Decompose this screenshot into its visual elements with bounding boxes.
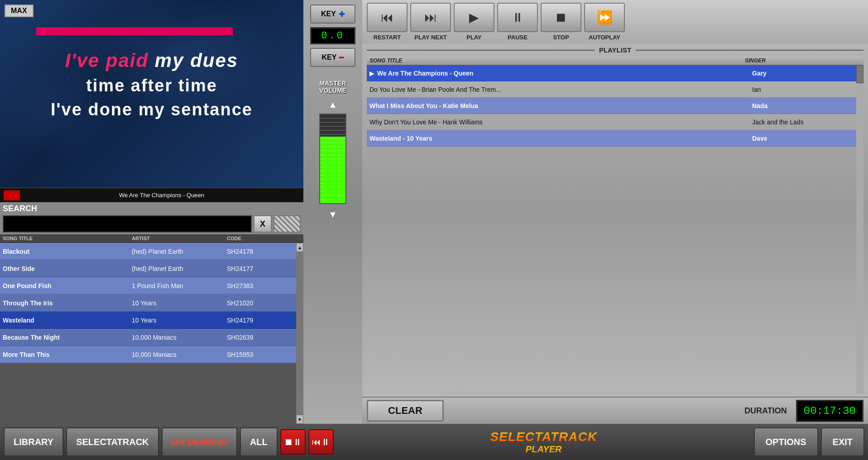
playlist-title: PLAYLIST: [595, 46, 636, 54]
list-item[interactable]: More Than This 10,000 Maniacs SH15953: [0, 346, 303, 363]
play-icon: ▶: [454, 3, 494, 32]
play-next-label: PLAY NEXT: [414, 34, 447, 41]
on-demand-button[interactable]: ON DEMAND: [162, 427, 237, 456]
table-row[interactable]: What I Miss About You - Katie Melua Nada: [367, 98, 863, 114]
autoplay-label: AUTOPLAY: [589, 34, 620, 41]
all-button[interactable]: ALL: [240, 427, 278, 456]
key-minus-button[interactable]: KEY ━: [310, 48, 355, 67]
stop-label: STOP: [553, 34, 569, 41]
search-label: SEARCH: [3, 204, 301, 213]
middle-panel: KEY ✚ 0.0 KEY ━ MASTERVOLUME ▲ ▼: [303, 0, 362, 424]
restart-button[interactable]: ⏮ RESTART: [367, 3, 408, 41]
search-input[interactable]: [3, 215, 252, 232]
volume-slider[interactable]: [319, 114, 346, 204]
bottom-bar: LIBRARY SELECTATRACK ON DEMAND ALL ⏹⏸ ⏮⏸…: [0, 424, 868, 460]
volume-down-button[interactable]: ▼: [328, 209, 337, 220]
scroll-thumb[interactable]: [296, 252, 303, 415]
duration-label: DURATION: [448, 406, 787, 416]
right-panel: ⏮ RESTART ⏭ PLAY NEXT ▶ PLAY ⏸ PAUSE ⏹ S…: [362, 0, 868, 424]
play-button[interactable]: ▶ PLAY: [454, 3, 494, 41]
scroll-up-arrow[interactable]: ▲: [296, 243, 303, 252]
lyric-line-3: I've done my sentance: [0, 100, 303, 119]
list-item[interactable]: Wasteland 10 Years SH24179: [0, 312, 303, 329]
table-row[interactable]: Wasteland - 10 Years Dave: [367, 130, 863, 147]
lyrics-display: I've paid my dues time after time I've d…: [0, 50, 303, 119]
search-pattern-button[interactable]: [273, 215, 301, 232]
minus-icon: ━: [339, 53, 344, 62]
clear-duration-bar: CLEAR DURATION 00:17:30: [362, 397, 868, 424]
pause-label: PAUSE: [508, 34, 528, 41]
playlist-scrollbar[interactable]: [856, 65, 863, 394]
play-label: PLAY: [466, 34, 481, 41]
media-controls: ⏹⏸ ⏮⏸: [280, 429, 334, 455]
library-button[interactable]: LIBRARY: [4, 427, 63, 456]
playlist-line-left: [367, 50, 595, 51]
table-row[interactable]: ▶ We Are The Champions - Queen Gary: [367, 65, 863, 81]
lyric-upcoming: my dues: [149, 50, 238, 71]
playlist-body: ▶ We Are The Champions - Queen Gary Do Y…: [367, 65, 863, 394]
song-list-scrollbar[interactable]: ▲ ▼: [296, 243, 303, 424]
transport-bar: ⏮ RESTART ⏭ PLAY NEXT ▶ PLAY ⏸ PAUSE ⏹ S…: [362, 0, 868, 43]
volume-lines: [320, 114, 345, 203]
lyric-line-2: time after time: [0, 76, 303, 95]
song-list-body: Blackout (hed) Planet Earth SH24178 Othe…: [0, 243, 303, 424]
playlist-col-singer-header: SINGER: [745, 57, 854, 64]
playlist-header-bar: PLAYLIST: [367, 46, 863, 54]
pause-icon: ⏸: [497, 3, 538, 32]
col-code-header: CODE: [227, 236, 293, 241]
duration-display: 00:17:30: [796, 400, 863, 422]
now-playing-bar: We Are The Champions - Queen: [0, 188, 303, 202]
col-artist-header: ARTIST: [132, 236, 227, 241]
now-playing-indicator: [4, 190, 20, 200]
plus-icon: ✚: [339, 10, 345, 19]
playlist-line-right: [636, 50, 863, 51]
key-plus-button[interactable]: KEY ✚: [310, 5, 355, 24]
list-item[interactable]: One Pound Fish 1 Pound Fish Man SH27383: [0, 277, 303, 294]
lyric-line-1: I've paid my dues: [0, 50, 303, 71]
search-section: SEARCH X: [0, 202, 303, 234]
master-volume-label: MASTERVOLUME: [319, 80, 346, 94]
logo-area: SELECTATRACK PLAYER: [336, 430, 751, 455]
selectatrack-button[interactable]: SELECTATRACK: [66, 427, 158, 456]
playlist-col-title-header: SONG TITLE: [369, 57, 745, 64]
video-display: MAX I've paid my dues time after time I'…: [0, 0, 303, 188]
play-next-button[interactable]: ⏭ PLAY NEXT: [410, 3, 451, 41]
playlist-scroll-thumb[interactable]: [856, 65, 863, 83]
key-label-minus: KEY: [322, 53, 337, 62]
list-item[interactable]: Through The Iris 10 Years SH21020: [0, 294, 303, 312]
list-item[interactable]: Other Side (hed) Planet Earth SH24177: [0, 260, 303, 277]
play-next-icon: ⏭: [410, 3, 451, 32]
stop-button[interactable]: ⏹ STOP: [541, 3, 581, 41]
exit-button[interactable]: EXIT: [821, 427, 864, 456]
col-title-header: SONG TITLE: [3, 236, 132, 241]
key-display: 0.0: [310, 27, 355, 44]
lyric-sung: I've paid: [65, 50, 149, 71]
pause-button[interactable]: ⏸ PAUSE: [497, 3, 538, 41]
key-label: KEY: [321, 10, 336, 18]
media-prev-icon: ⏮⏸: [312, 437, 330, 447]
playlist-col-headers: SONG TITLE SINGER: [367, 57, 863, 65]
volume-up-button[interactable]: ▲: [328, 100, 337, 110]
restart-icon: ⏮: [367, 3, 408, 32]
scroll-down-arrow[interactable]: ▼: [296, 415, 303, 424]
logo: SELECTATRACK PLAYER: [490, 430, 597, 455]
table-row[interactable]: Why Don't You Love Me - Hank Williams Ja…: [367, 114, 863, 130]
progress-bar-container: [36, 27, 267, 35]
max-badge: MAX: [5, 5, 34, 17]
playlist-section: PLAYLIST SONG TITLE SINGER ▶ We Are The …: [362, 43, 868, 397]
playing-icon: ▶: [369, 70, 374, 77]
list-item[interactable]: Blackout (hed) Planet Earth SH24178: [0, 243, 303, 260]
options-button[interactable]: OPTIONS: [754, 427, 818, 456]
media-prev-button[interactable]: ⏮⏸: [308, 429, 334, 455]
autoplay-button[interactable]: ⏩ AUTOPLAY: [584, 3, 625, 41]
song-list: SONG TITLE ARTIST CODE Blackout (hed) Pl…: [0, 234, 303, 424]
search-clear-button[interactable]: X: [254, 215, 272, 232]
song-list-header: SONG TITLE ARTIST CODE: [0, 234, 303, 243]
media-stop-button[interactable]: ⏹⏸: [280, 429, 306, 455]
progress-bar: [36, 27, 233, 35]
media-stop-icon: ⏹⏸: [284, 437, 302, 447]
clear-button[interactable]: CLEAR: [367, 400, 444, 422]
table-row[interactable]: Do You Love Me - Brian Poole And The Tre…: [367, 81, 863, 98]
list-item[interactable]: Because The Night 10,000 Maniacs SH02639: [0, 329, 303, 346]
logo-line2: PLAYER: [490, 444, 597, 455]
